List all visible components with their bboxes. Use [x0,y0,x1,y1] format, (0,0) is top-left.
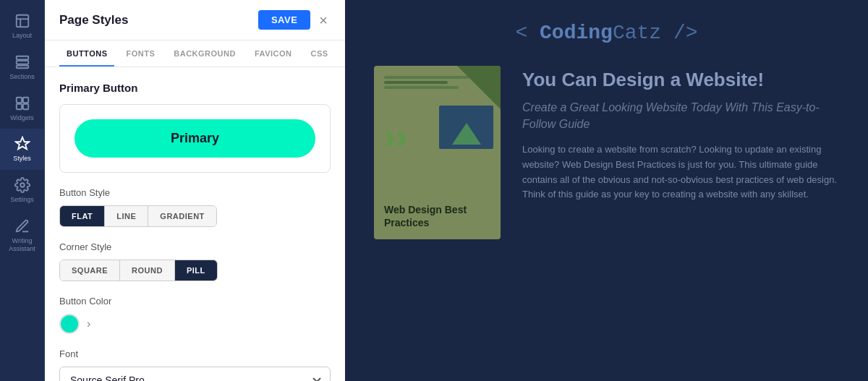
corner-style-square[interactable]: SQUARE [60,260,120,281]
right-text: You Can Design a Website! Create a Great… [522,66,839,202]
primary-button-preview[interactable]: Primary [75,119,315,158]
book-line-2 [384,81,448,84]
panel-header: Page Styles SAVE × [45,0,345,40]
widgets-icon [14,95,30,111]
corner-style-options: SQUARE ROUND PILL [59,260,218,281]
save-button[interactable]: SAVE [258,10,310,30]
panel-title: Page Styles [59,13,252,27]
button-style-label: Button Style [59,187,331,198]
button-style-options: FLAT LINE GRADIENT [59,205,217,227]
main-subheadline: Create a Great Looking Website Today Wit… [522,100,839,132]
main-content: < CodingCatz /> ›› Web Design Best Pract… [345,0,868,381]
book-title: Web Design Best Practices [384,203,490,229]
button-color-row: › [59,314,331,334]
button-color-group: Button Color › [59,296,331,334]
sidebar-label-sections: Sections [9,73,35,81]
book-line-1 [384,76,469,79]
content-row: ›› Web Design Best Practices You Can Des… [374,66,839,239]
svg-point-10 [20,183,25,187]
button-style-line[interactable]: LINE [105,206,148,226]
panel-tabs: BUTTONS FONTS BACKGROUND FAVICON CSS [45,40,345,67]
tab-favicon[interactable]: FAVICON [247,40,299,67]
button-style-group: Button Style FLAT LINE GRADIENT [59,187,331,227]
sidebar-label-writing: Writing Assistant [3,237,41,253]
tab-buttons[interactable]: BUTTONS [59,40,114,67]
font-group: Font Source Serif Pro Arial Georgia Robo… [59,348,331,381]
font-select[interactable]: Source Serif Pro Arial Georgia Roboto Op… [59,367,331,381]
sidebar-item-widgets[interactable]: Widgets [0,88,44,129]
svg-rect-6 [16,97,21,102]
sidebar-item-sections[interactable]: Sections [0,47,44,88]
svg-rect-4 [16,61,28,64]
close-button[interactable]: × [316,13,331,27]
svg-rect-0 [16,15,28,27]
svg-rect-3 [16,56,28,60]
page-styles-panel: Page Styles SAVE × BUTTONS FONTS BACKGRO… [45,0,345,381]
tab-css[interactable]: CSS [304,40,336,67]
sidebar-item-settings[interactable]: Settings [0,170,44,211]
sidebar-item-layout[interactable]: Layout [0,6,44,47]
sidebar-item-styles[interactable]: Styles [0,129,44,170]
corner-style-round[interactable]: ROUND [120,260,175,281]
book-cover-triangle [452,123,481,145]
svg-rect-7 [22,97,27,102]
sections-icon [14,54,30,70]
styles-icon [14,136,30,152]
svg-rect-9 [22,104,27,109]
main-headline: You Can Design a Website! [522,69,839,91]
sidebar-label-layout: Layout [12,32,32,40]
button-style-gradient[interactable]: GRADIENT [148,206,216,226]
main-body: Looking to create a website from scratch… [522,142,839,202]
sidebar: Layout Sections Widgets Styles Settings … [0,0,45,381]
tab-background[interactable]: BACKGROUND [166,40,243,67]
primary-button-section-title: Primary Button [59,82,331,94]
book-cover: ›› Web Design Best Practices [374,66,501,239]
primary-button-preview-box: Primary [59,104,331,173]
corner-style-pill[interactable]: PILL [175,260,217,281]
button-color-label: Button Color [59,296,331,307]
color-arrow-icon[interactable]: › [87,317,90,330]
corner-style-group: Corner Style SQUARE ROUND PILL [59,241,331,281]
book-cover-image-area [439,106,493,149]
button-style-flat[interactable]: FLAT [60,206,105,226]
panel-content: Primary Button Primary Button Style FLAT… [45,67,345,381]
button-color-swatch[interactable] [59,314,80,334]
sidebar-label-widgets: Widgets [10,114,34,122]
layout-icon [14,13,30,29]
book-line-3 [384,86,459,89]
svg-rect-5 [16,65,28,68]
tab-fonts[interactable]: FONTS [119,40,162,67]
site-title: < CodingCatz /> [374,22,839,44]
corner-style-label: Corner Style [59,241,331,252]
sidebar-label-settings: Settings [10,196,34,204]
svg-rect-8 [16,104,21,109]
font-label: Font [59,348,331,359]
writing-icon [14,218,30,234]
sidebar-label-styles: Styles [13,155,31,163]
sidebar-item-writing-assistant[interactable]: Writing Assistant [0,211,44,260]
settings-icon [14,177,30,193]
